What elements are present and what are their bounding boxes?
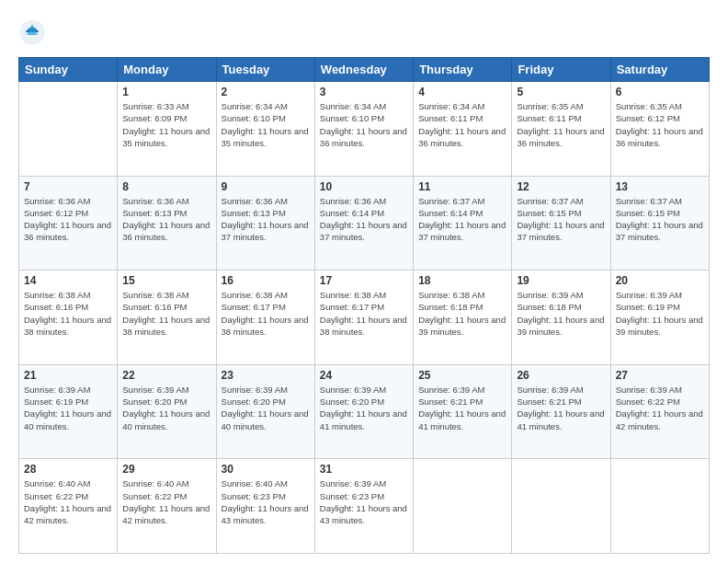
day-number: 12	[517, 180, 605, 193]
day-info: Sunrise: 6:37 AM Sunset: 6:15 PM Dayligh…	[616, 195, 704, 244]
day-number: 4	[418, 86, 506, 98]
calendar-cell: 20Sunrise: 6:39 AM Sunset: 6:19 PM Dayli…	[610, 270, 709, 365]
day-info: Sunrise: 6:35 AM Sunset: 6:11 PM Dayligh…	[517, 100, 605, 149]
calendar-cell: 24Sunrise: 6:39 AM Sunset: 6:20 PM Dayli…	[314, 364, 413, 459]
calendar-cell	[610, 459, 709, 554]
calendar-cell: 6Sunrise: 6:35 AM Sunset: 6:12 PM Daylig…	[610, 82, 709, 177]
logo-icon	[18, 18, 46, 46]
day-info: Sunrise: 6:39 AM Sunset: 6:19 PM Dayligh…	[24, 384, 112, 432]
page: SundayMondayTuesdayWednesdayThursdayFrid…	[0, 0, 728, 563]
calendar-week-row: 7Sunrise: 6:36 AM Sunset: 6:12 PM Daylig…	[19, 176, 710, 270]
day-header-saturday: Saturday	[610, 58, 709, 82]
day-number: 8	[122, 180, 210, 193]
day-header-thursday: Thursday	[414, 58, 512, 82]
calendar-week-row: 14Sunrise: 6:38 AM Sunset: 6:16 PM Dayli…	[19, 270, 710, 365]
calendar-cell	[512, 459, 610, 554]
calendar-cell: 30Sunrise: 6:40 AM Sunset: 6:23 PM Dayli…	[216, 459, 314, 554]
day-number: 6	[616, 86, 704, 98]
day-number: 26	[517, 369, 605, 382]
day-number: 14	[24, 274, 112, 287]
day-number: 29	[122, 463, 210, 476]
day-info: Sunrise: 6:35 AM Sunset: 6:12 PM Dayligh…	[616, 100, 704, 149]
day-header-sunday: Sunday	[19, 58, 118, 82]
day-number: 3	[320, 86, 408, 98]
day-info: Sunrise: 6:40 AM Sunset: 6:22 PM Dayligh…	[122, 477, 210, 526]
calendar-cell: 13Sunrise: 6:37 AM Sunset: 6:15 PM Dayli…	[610, 176, 709, 270]
day-number: 27	[616, 369, 704, 382]
calendar-cell: 5Sunrise: 6:35 AM Sunset: 6:11 PM Daylig…	[512, 82, 610, 177]
day-number: 21	[24, 369, 112, 382]
calendar-cell: 15Sunrise: 6:38 AM Sunset: 6:16 PM Dayli…	[118, 270, 216, 365]
calendar-cell: 4Sunrise: 6:34 AM Sunset: 6:11 PM Daylig…	[414, 82, 512, 177]
day-info: Sunrise: 6:40 AM Sunset: 6:23 PM Dayligh…	[222, 477, 310, 526]
calendar-cell: 18Sunrise: 6:38 AM Sunset: 6:18 PM Dayli…	[414, 270, 512, 365]
day-info: Sunrise: 6:39 AM Sunset: 6:21 PM Dayligh…	[517, 384, 605, 432]
day-number: 9	[222, 180, 310, 193]
calendar-cell: 9Sunrise: 6:36 AM Sunset: 6:13 PM Daylig…	[216, 176, 314, 270]
calendar-cell: 21Sunrise: 6:39 AM Sunset: 6:19 PM Dayli…	[19, 364, 118, 459]
day-info: Sunrise: 6:39 AM Sunset: 6:23 PM Dayligh…	[320, 477, 408, 526]
calendar-cell: 2Sunrise: 6:34 AM Sunset: 6:10 PM Daylig…	[216, 82, 314, 177]
day-info: Sunrise: 6:38 AM Sunset: 6:16 PM Dayligh…	[122, 289, 210, 338]
calendar-cell: 26Sunrise: 6:39 AM Sunset: 6:21 PM Dayli…	[512, 364, 610, 459]
calendar-cell	[19, 82, 118, 177]
day-number: 24	[320, 369, 408, 382]
day-info: Sunrise: 6:39 AM Sunset: 6:20 PM Dayligh…	[222, 384, 310, 432]
day-info: Sunrise: 6:39 AM Sunset: 6:19 PM Dayligh…	[616, 289, 704, 338]
calendar-cell	[414, 459, 512, 554]
day-info: Sunrise: 6:36 AM Sunset: 6:12 PM Dayligh…	[24, 195, 112, 244]
day-info: Sunrise: 6:33 AM Sunset: 6:09 PM Dayligh…	[122, 100, 210, 149]
day-number: 20	[616, 274, 704, 287]
day-number: 28	[24, 463, 112, 476]
day-info: Sunrise: 6:37 AM Sunset: 6:14 PM Dayligh…	[418, 195, 506, 244]
day-info: Sunrise: 6:38 AM Sunset: 6:17 PM Dayligh…	[222, 289, 310, 338]
calendar-cell: 12Sunrise: 6:37 AM Sunset: 6:15 PM Dayli…	[512, 176, 610, 270]
day-info: Sunrise: 6:39 AM Sunset: 6:20 PM Dayligh…	[122, 384, 210, 432]
day-number: 17	[320, 274, 408, 287]
calendar-week-row: 21Sunrise: 6:39 AM Sunset: 6:19 PM Dayli…	[19, 364, 710, 459]
calendar-cell: 11Sunrise: 6:37 AM Sunset: 6:14 PM Dayli…	[414, 176, 512, 270]
day-info: Sunrise: 6:36 AM Sunset: 6:13 PM Dayligh…	[222, 195, 310, 244]
day-header-tuesday: Tuesday	[216, 58, 314, 82]
calendar-cell: 27Sunrise: 6:39 AM Sunset: 6:22 PM Dayli…	[610, 364, 709, 459]
calendar-cell: 10Sunrise: 6:36 AM Sunset: 6:14 PM Dayli…	[314, 176, 413, 270]
day-number: 19	[517, 274, 605, 287]
calendar-cell: 17Sunrise: 6:38 AM Sunset: 6:17 PM Dayli…	[314, 270, 413, 365]
day-info: Sunrise: 6:34 AM Sunset: 6:10 PM Dayligh…	[320, 100, 408, 149]
calendar-cell: 3Sunrise: 6:34 AM Sunset: 6:10 PM Daylig…	[314, 82, 413, 177]
day-number: 31	[320, 463, 408, 476]
day-number: 25	[418, 369, 506, 382]
day-info: Sunrise: 6:38 AM Sunset: 6:18 PM Dayligh…	[418, 289, 506, 338]
calendar-cell: 22Sunrise: 6:39 AM Sunset: 6:20 PM Dayli…	[118, 364, 216, 459]
day-number: 30	[222, 463, 310, 476]
day-number: 15	[122, 274, 210, 287]
day-number: 1	[122, 86, 210, 98]
day-header-monday: Monday	[118, 58, 216, 82]
day-info: Sunrise: 6:34 AM Sunset: 6:11 PM Dayligh…	[418, 100, 506, 149]
calendar-cell: 25Sunrise: 6:39 AM Sunset: 6:21 PM Dayli…	[414, 364, 512, 459]
calendar-cell: 16Sunrise: 6:38 AM Sunset: 6:17 PM Dayli…	[216, 270, 314, 365]
day-info: Sunrise: 6:36 AM Sunset: 6:13 PM Dayligh…	[122, 195, 210, 244]
day-info: Sunrise: 6:36 AM Sunset: 6:14 PM Dayligh…	[320, 195, 408, 244]
calendar-cell: 23Sunrise: 6:39 AM Sunset: 6:20 PM Dayli…	[216, 364, 314, 459]
calendar-week-row: 1Sunrise: 6:33 AM Sunset: 6:09 PM Daylig…	[19, 82, 710, 177]
calendar-cell: 14Sunrise: 6:38 AM Sunset: 6:16 PM Dayli…	[19, 270, 118, 365]
day-number: 2	[222, 86, 310, 98]
day-header-wednesday: Wednesday	[314, 58, 413, 82]
day-number: 5	[517, 86, 605, 98]
calendar-cell: 1Sunrise: 6:33 AM Sunset: 6:09 PM Daylig…	[118, 82, 216, 177]
day-number: 18	[418, 274, 506, 287]
day-info: Sunrise: 6:39 AM Sunset: 6:18 PM Dayligh…	[517, 289, 605, 338]
day-info: Sunrise: 6:37 AM Sunset: 6:15 PM Dayligh…	[517, 195, 605, 244]
calendar-header-row: SundayMondayTuesdayWednesdayThursdayFrid…	[19, 58, 710, 82]
day-info: Sunrise: 6:39 AM Sunset: 6:22 PM Dayligh…	[616, 384, 704, 432]
day-info: Sunrise: 6:38 AM Sunset: 6:16 PM Dayligh…	[24, 289, 112, 338]
day-info: Sunrise: 6:39 AM Sunset: 6:21 PM Dayligh…	[418, 384, 506, 432]
logo	[18, 18, 50, 46]
calendar-cell: 28Sunrise: 6:40 AM Sunset: 6:22 PM Dayli…	[19, 459, 118, 554]
day-header-friday: Friday	[512, 58, 610, 82]
calendar-cell: 8Sunrise: 6:36 AM Sunset: 6:13 PM Daylig…	[118, 176, 216, 270]
day-number: 11	[418, 180, 506, 193]
day-info: Sunrise: 6:38 AM Sunset: 6:17 PM Dayligh…	[320, 289, 408, 338]
calendar-cell: 19Sunrise: 6:39 AM Sunset: 6:18 PM Dayli…	[512, 270, 610, 365]
